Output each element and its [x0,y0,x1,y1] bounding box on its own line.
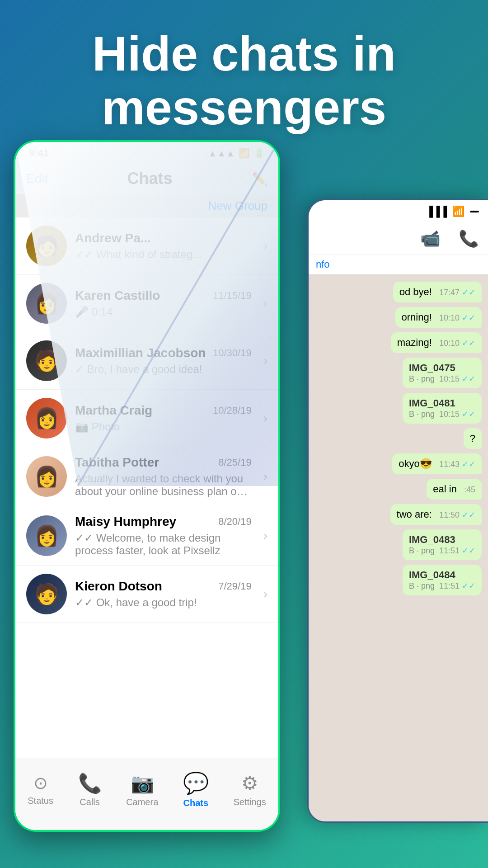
avatar: 🧑 [26,340,67,381]
message-time: 10:10 ✓✓ [439,313,475,322]
message-time: 10:10 ✓✓ [439,339,475,348]
message-bubble: od bye! 17:47 ✓✓ [393,282,482,302]
edit-button[interactable]: Edit [26,171,48,186]
read-receipt: ✓✓ [462,410,475,419]
right-battery-icon [470,211,479,212]
signal-icon: ▲▲▲ [208,148,235,159]
battery-icon: 🔋 [253,148,265,159]
tab-label-status: Status [28,796,53,806]
message-text: od bye! [399,286,432,297]
phone-main: 9:41 ▲▲▲ 📶 🔋 Edit Chats ✏️ New Group 🧑 A… [14,140,280,832]
chat-preview: ✓✓ Ok, have a good trip! [75,596,197,609]
list-item[interactable]: 👩 Maisy Humphrey 8/20/19 ✓✓ Welcome, to … [15,506,278,566]
chat-preview: 🎤 0:14 [75,306,113,318]
file-size: B · png [409,581,435,591]
chevron-icon: › [263,469,267,484]
tab-camera[interactable]: 📷 Camera [126,772,158,807]
chat-info: Karen Castillo 11/15/19 🎤 0:14 [75,288,252,318]
file-name: IMG_0484 [409,569,475,581]
message-time: :45 [464,485,475,494]
tab-settings[interactable]: ⚙ Settings [233,772,266,807]
message-text: mazing! [397,337,432,348]
file-name: IMG_0475 [409,362,475,374]
right-status-bar: ▐▐▐ 📶 [309,200,488,223]
tab-label-chats: Chats [183,798,209,808]
chats-title: Chats [127,169,173,188]
status-bar: 9:41 ▲▲▲ 📶 🔋 [15,142,278,165]
calls-icon: 📞 [78,772,102,794]
chat-info: Kieron Dotson 7/29/19 ✓✓ Ok, have a good… [75,579,252,609]
message-bubble: okyo😎 11:43 ✓✓ [392,453,482,474]
avatar: 🧑 [26,226,67,266]
chat-list: 🧑 Andrew Pa... ✓✓ What kind of strateg..… [15,217,278,623]
read-receipt: ✓✓ [462,581,475,590]
file-message: IMG_0483 B · png 11:51 ✓✓ [403,529,482,560]
avatar: 👩 [26,283,67,324]
list-item[interactable]: 🧑 Maximillian Jacobson 10/30/19 ✓ Bro, I… [15,332,278,390]
message-text: ? [470,433,475,444]
chevron-icon: › [263,411,267,425]
read-receipt: ✓✓ [462,510,475,519]
video-call-icon[interactable]: 📹 [420,229,441,248]
chat-info-bar[interactable]: nfo [309,255,488,274]
settings-icon: ⚙ [241,772,258,794]
chevron-icon: › [263,354,267,368]
chat-date: 11/15/19 [213,290,252,302]
chat-info: Martha Craig 10/28/19 📷 Photo [75,403,252,433]
time-display: 9:41 [29,147,49,159]
message-time: 10:15 ✓✓ [439,374,475,384]
read-receipt: ✓✓ [462,288,475,297]
chevron-icon: › [263,528,267,543]
file-size: B · png [409,410,435,419]
chat-name: Karen Castillo [75,288,160,303]
chat-name: Andrew Pa... [75,231,151,245]
list-item[interactable]: 🧑 Andrew Pa... ✓✓ What kind of strateg..… [15,217,278,275]
chat-date: 8/25/19 [218,457,251,468]
chat-date: 7/29/19 [218,580,251,592]
avatar: 👩 [26,456,67,497]
compose-icon[interactable]: ✏️ [252,171,267,186]
list-item[interactable]: 🧑 Kieron Dotson 7/29/19 ✓✓ Ok, have a go… [15,566,278,623]
message-time: 11:50 ✓✓ [439,510,475,519]
read-receipt: ✓✓ [462,460,475,469]
message-text: two are: [397,509,432,520]
tab-chats[interactable]: 💬 Chats [183,771,209,808]
message-bubble: ? [464,428,482,449]
wa-header: Edit Chats ✏️ [15,165,278,194]
message-bubble: two are: 11:50 ✓✓ [390,504,482,525]
chat-date: 8/20/19 [218,516,251,528]
file-message: IMG_0475 B · png 10:15 ✓✓ [403,358,482,388]
hero-title: Hide chats in messengers [0,27,488,135]
tab-calls[interactable]: 📞 Calls [78,772,102,807]
chat-info: Maisy Humphrey 8/20/19 ✓✓ Welcome, to ma… [75,514,252,557]
chat-name: Maximillian Jacobson [75,346,206,360]
list-item[interactable]: 👩 Tabitha Potter 8/25/19 Actually I want… [15,447,278,506]
messages-area: od bye! 17:47 ✓✓ orning! 10:10 ✓✓ mazing… [309,274,488,823]
chat-preview: 📷 Photo [75,420,120,433]
chat-info: Tabitha Potter 8/25/19 Actually I wanted… [75,455,252,498]
chat-date: 10/28/19 [213,405,252,416]
list-item[interactable]: 👩 Martha Craig 10/28/19 📷 Photo › [15,390,278,447]
tab-label-settings: Settings [233,797,266,807]
file-name: IMG_0483 [409,534,475,546]
message-text: orning! [402,311,432,323]
chat-info: Maximillian Jacobson 10/30/19 ✓ Bro, I h… [75,346,252,376]
voice-call-icon[interactable]: 📞 [459,229,479,248]
list-item[interactable]: 👩 Karen Castillo 11/15/19 🎤 0:14 › [15,275,278,332]
message-time: 11:51 ✓✓ [439,546,475,556]
chevron-icon: › [263,239,267,253]
tab-status[interactable]: ⊙ Status [28,773,53,806]
chat-preview: ✓ Bro, I have a good idea! [75,363,202,375]
chat-name: Martha Craig [75,403,152,418]
chevron-icon: › [263,587,267,601]
read-receipt: ✓✓ [462,374,475,383]
status-icon: ⊙ [33,773,48,793]
message-time: 10:15 ✓✓ [439,409,475,419]
read-receipt: ✓✓ [462,546,475,555]
chat-name: Tabitha Potter [75,455,159,470]
message-bubble: eal in :45 [427,479,482,500]
status-icons: ▲▲▲ 📶 🔋 [208,148,265,159]
chat-date: 10/30/19 [213,347,252,359]
new-group-button[interactable]: New Group [208,199,268,212]
chats-icon: 💬 [183,771,209,795]
